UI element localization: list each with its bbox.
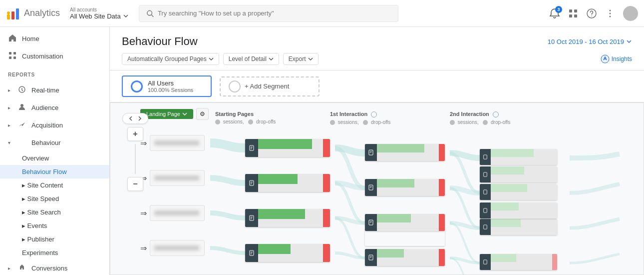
export-button[interactable]: Export xyxy=(283,53,319,65)
source-arrow-4: ⇒ xyxy=(140,244,147,253)
col3-header: 2nd Interaction xyxy=(450,107,565,120)
submenu-overview[interactable]: Overview xyxy=(0,152,109,165)
col3-info-icon[interactable] xyxy=(493,112,499,118)
col3-page-icon-5 xyxy=(483,208,488,213)
source-node-4[interactable] xyxy=(150,240,205,256)
sidebar-reports-section: ▸ Real-time ▸ Audience ▸ xyxy=(0,78,109,275)
source-node-3[interactable] xyxy=(150,205,205,221)
col2-node-1[interactable] xyxy=(365,144,445,161)
sidebar-main-section: Home Customisation xyxy=(0,27,109,68)
svg-point-12 xyxy=(610,10,611,11)
node-page-icon-4 xyxy=(249,250,255,256)
col3-node-3[interactable] xyxy=(480,166,557,182)
col1-node-4[interactable] xyxy=(245,244,330,262)
search-icon xyxy=(146,10,154,18)
expand-acquisition-icon: ▸ xyxy=(8,122,10,128)
submenu-publisher[interactable]: ▸ Publisher xyxy=(0,232,109,246)
flow-nav-controls: + − xyxy=(122,113,148,191)
customisation-icon xyxy=(8,52,17,61)
date-range-picker[interactable]: 10 Oct 2019 - 16 Oct 2019 xyxy=(548,38,632,46)
landing-page-control: Landing Page ⚙ xyxy=(140,108,209,120)
landing-page-gear-button[interactable]: ⚙ xyxy=(196,108,209,120)
svg-point-14 xyxy=(610,16,611,17)
source-node-1[interactable] xyxy=(150,135,205,151)
col3-page-icon-4 xyxy=(483,224,488,230)
content-header: Behaviour Flow 10 Oct 2019 - 16 Oct 2019… xyxy=(110,27,644,70)
grouped-pages-chevron xyxy=(209,56,214,62)
col2-page-icon-2 xyxy=(368,184,374,190)
level-of-detail-button[interactable]: Level of Detail xyxy=(223,53,279,65)
search-input[interactable] xyxy=(158,10,391,17)
col2-page-icon-3 xyxy=(368,220,374,226)
account-name[interactable]: All Web Site Data xyxy=(70,12,129,20)
col2-node-2[interactable] xyxy=(365,179,445,196)
account-selector[interactable]: All accounts All Web Site Data xyxy=(70,7,129,20)
sidebar-item-conversions[interactable]: ▸ Conversions xyxy=(0,260,109,275)
col1-node-3[interactable] xyxy=(245,209,330,227)
col2-node-4[interactable] xyxy=(365,229,445,246)
zoom-in-button[interactable]: + xyxy=(127,127,143,141)
col1-node-2[interactable] xyxy=(245,174,330,192)
reports-section-label: REPORTS xyxy=(0,68,109,78)
submenu-events[interactable]: ▸ Events xyxy=(0,219,109,232)
svg-rect-1 xyxy=(11,12,14,20)
submenu-site-speed[interactable]: ▸ Site Speed xyxy=(0,192,109,206)
nav-right-icon xyxy=(137,116,143,122)
flow-row-3-source: ⇒ xyxy=(140,205,205,221)
col1-node-1[interactable] xyxy=(245,139,330,157)
flow-row-1-source: ⇒ xyxy=(140,135,205,151)
node-page-icon-3 xyxy=(249,215,255,221)
insights-button[interactable]: Insights xyxy=(601,54,632,64)
notification-button[interactable]: 3 xyxy=(549,8,560,19)
source-arrow-3: ⇒ xyxy=(140,208,147,218)
submenu-site-search[interactable]: ▸ Site Search xyxy=(0,206,109,219)
top-actions: 3 xyxy=(549,6,638,21)
avatar[interactable] xyxy=(623,6,638,21)
zoom-out-button[interactable]: − xyxy=(127,177,143,191)
svg-point-3 xyxy=(7,12,10,14)
svg-rect-15 xyxy=(9,52,11,54)
svg-rect-9 xyxy=(574,14,577,18)
sidebar-item-realtime[interactable]: ▸ Real-time xyxy=(0,82,109,99)
grouped-pages-button[interactable]: Automatically Grouped Pages xyxy=(122,53,219,65)
col3-page-icon-1 xyxy=(483,154,488,160)
search-bar[interactable] xyxy=(139,5,398,22)
sidebar-item-acquisition[interactable]: ▸ Acquisition xyxy=(0,116,109,134)
col1-header: Starting Pages xyxy=(215,107,325,119)
notification-badge: 3 xyxy=(555,6,562,13)
add-segment-button[interactable]: + Add Segment xyxy=(220,76,320,96)
submenu-experiments[interactable]: Experiments xyxy=(0,246,109,260)
col3-node-4[interactable] xyxy=(480,219,557,235)
col2-page-icon-1 xyxy=(368,150,374,156)
col3-page-icon-3 xyxy=(483,172,488,177)
segments-area: All Users 100.00% Sessions + Add Segment xyxy=(110,70,644,102)
col3-node-6[interactable] xyxy=(480,254,557,270)
top-bar: Analytics All accounts All Web Site Data… xyxy=(0,0,644,27)
submenu-behaviour-flow[interactable]: Behaviour Flow xyxy=(0,165,109,178)
svg-rect-6 xyxy=(569,10,572,12)
more-button[interactable] xyxy=(605,8,615,18)
apps-button[interactable] xyxy=(568,8,578,18)
node-page-icon xyxy=(249,145,255,151)
nav-arrows-button[interactable] xyxy=(122,113,148,124)
col2-info-icon[interactable] xyxy=(371,112,377,118)
acquisition-icon xyxy=(17,120,26,130)
help-button[interactable] xyxy=(586,8,597,19)
source-node-2[interactable] xyxy=(150,170,205,186)
col3-node-2[interactable] xyxy=(480,184,557,200)
col2-node-5[interactable] xyxy=(365,249,445,266)
segment-indicator xyxy=(131,80,143,92)
col2-node-3[interactable] xyxy=(365,214,445,231)
col3-node-5[interactable] xyxy=(480,202,557,218)
sidebar-item-behaviour[interactable]: ▾ Behaviour xyxy=(0,134,109,152)
nav-left-icon xyxy=(128,116,134,122)
sidebar-item-customisation[interactable]: Customisation xyxy=(0,48,109,65)
col1-subheader: sessions, drop-offs xyxy=(215,119,325,124)
submenu-site-content[interactable]: ▸ Site Content xyxy=(0,178,109,192)
col1-dropoffs-circle xyxy=(248,120,253,124)
col3-node-1[interactable] xyxy=(480,149,557,165)
sidebar-item-home[interactable]: Home xyxy=(0,30,109,48)
svg-rect-34 xyxy=(484,225,487,229)
sidebar-item-audience[interactable]: ▸ Audience xyxy=(0,99,109,116)
col3-sessions-circle xyxy=(450,120,455,125)
